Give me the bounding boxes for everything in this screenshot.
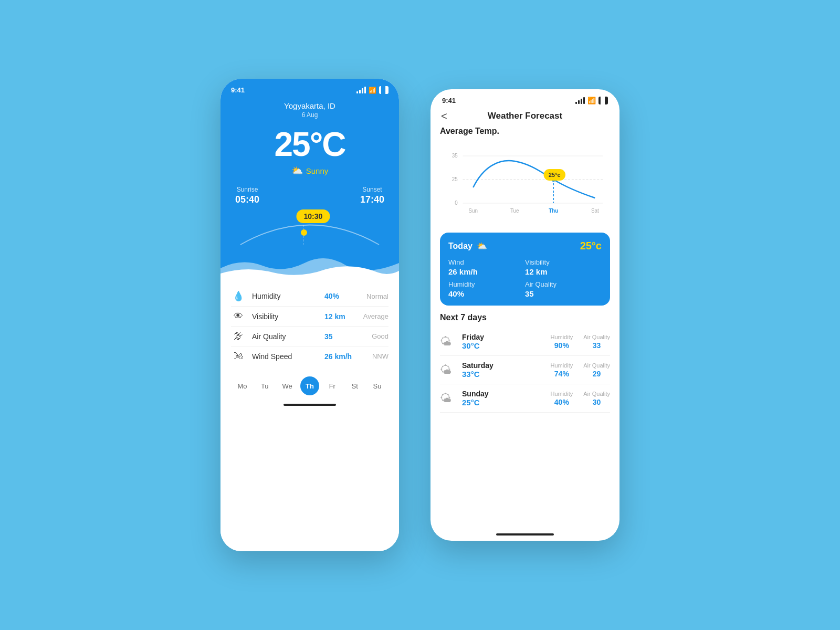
- forecast-icon: 🌤: [440, 392, 456, 405]
- day-item[interactable]: Tu: [255, 376, 274, 395]
- phone1: 9:41 📶 ▊ Yogyakarta, ID 6 Aug 25°C ⛅: [220, 79, 399, 551]
- date-label: 6 Aug: [220, 111, 399, 119]
- home-indicator-1: [284, 404, 336, 406]
- forecast-day-name: Saturday: [462, 361, 544, 370]
- battery-icon: ▊: [379, 86, 388, 94]
- forecast-air-quality: Air Quality 29: [583, 362, 610, 378]
- day-item[interactable]: We: [278, 376, 297, 395]
- today-humidity: Humidity 40%: [448, 280, 525, 298]
- forecast-temp: 33°C: [462, 370, 544, 379]
- status-bar-1: 9:41 📶 ▊: [220, 79, 399, 97]
- location-header: Yogyakarta, ID 6 Aug: [220, 97, 399, 121]
- sunrise-time: 05:40: [235, 194, 259, 205]
- sunrise-label: Sunrise: [235, 186, 259, 193]
- forecast-day-name: Friday: [462, 333, 544, 341]
- home-indicator-2: [496, 533, 554, 536]
- forecast-day-name: Sunday: [462, 390, 544, 398]
- forecast-row: 🌤 Friday 30°C Humidity 90% Air Quality 3…: [440, 328, 610, 356]
- stat-value: 26 km/h: [324, 352, 353, 361]
- stat-value: 35: [324, 332, 353, 341]
- forecast-list: 🌤 Friday 30°C Humidity 90% Air Quality 3…: [440, 328, 610, 413]
- today-stats-grid: Wind 26 km/h Visibility 12 km Humidity 4…: [448, 258, 602, 298]
- chart-title: Average Temp.: [440, 127, 610, 136]
- forecast-air-quality: Air Quality 30: [583, 391, 610, 406]
- city-label: Yogyakarta, ID: [220, 101, 399, 110]
- stat-status: Average: [360, 312, 388, 320]
- forecast-temp: 25°C: [462, 398, 544, 407]
- day-selector[interactable]: MoTuWeThFrStSu: [231, 372, 388, 400]
- sunset-label: Sunset: [360, 186, 384, 193]
- stat-label: Air Quality: [252, 332, 318, 341]
- sun-arc-area: 10:30: [235, 205, 384, 247]
- stat-label: Wind Speed: [252, 352, 318, 361]
- day-item[interactable]: Su: [368, 376, 386, 395]
- stat-icon: 👁: [231, 311, 246, 322]
- wave-decoration: [220, 247, 399, 279]
- today-card: Today ⛅ 25°c Wind 26 km/h Visibility 12 …: [440, 233, 610, 306]
- forecast-temp: 30°C: [462, 341, 544, 350]
- battery-icon-2: ▊: [598, 97, 608, 104]
- stat-row: 🌬 Wind Speed 26 km/h NNW: [231, 346, 388, 366]
- phone1-stats-section: 💧 Humidity 40% Normal 👁 Visibility 12 km…: [220, 279, 399, 551]
- day-item[interactable]: Fr: [323, 376, 342, 395]
- back-button[interactable]: <: [441, 110, 447, 122]
- svg-text:Sun: Sun: [468, 208, 478, 214]
- status-icons-2: 📶 ▊: [575, 97, 608, 104]
- status-bar-2: 9:41 📶 ▊: [430, 89, 620, 108]
- chart-svg: 35 25 0 Sun Tue Thu Sat 25°c: [442, 145, 608, 219]
- page-title: Weather Forecast: [488, 111, 562, 121]
- forecast-icon: 🌤: [440, 363, 456, 377]
- next7-title: Next 7 days: [440, 313, 610, 322]
- stat-rows: 💧 Humidity 40% Normal 👁 Visibility 12 km…: [231, 286, 388, 366]
- wifi-icon: 📶: [369, 87, 376, 94]
- stat-status: Good: [360, 332, 388, 340]
- today-visibility: Visibility 12 km: [525, 258, 602, 276]
- day-item[interactable]: St: [345, 376, 364, 395]
- forecast-day-info: Saturday 33°C: [462, 361, 544, 379]
- svg-text:25°c: 25°c: [549, 172, 560, 178]
- today-label: Today ⛅: [448, 241, 487, 251]
- signal-icon-2: [575, 97, 585, 104]
- stat-icon: 💧: [231, 290, 246, 302]
- stat-icon: 🌬: [231, 351, 246, 362]
- forecast-right: Humidity 40% Air Quality 30: [550, 391, 610, 406]
- phone2-content: Average Temp. 35 25 0 Sun Tue Thu Sat: [430, 127, 620, 529]
- wave-svg: [220, 247, 399, 279]
- svg-text:25: 25: [452, 176, 458, 182]
- svg-text:Sat: Sat: [591, 208, 599, 214]
- forecast-air-quality: Air Quality 33: [583, 334, 610, 350]
- current-time-pill: 10:30: [296, 209, 330, 223]
- stat-value: 40%: [324, 292, 353, 300]
- forecast-humidity: Humidity 90%: [550, 334, 573, 350]
- temperature-chart: 35 25 0 Sun Tue Thu Sat 25°c: [440, 141, 610, 225]
- nav-bar: < Weather Forecast: [430, 108, 620, 127]
- day-item[interactable]: Th: [300, 376, 319, 395]
- svg-text:0: 0: [455, 200, 458, 206]
- condition-label: Sunny: [306, 166, 329, 175]
- sun-position-dot: [301, 229, 307, 236]
- today-wind: Wind 26 km/h: [448, 258, 525, 276]
- forecast-right: Humidity 74% Air Quality 29: [550, 362, 610, 378]
- day-item[interactable]: Mo: [233, 376, 251, 395]
- status-icons-1: 📶 ▊: [356, 86, 388, 94]
- today-temp: 25°c: [580, 240, 602, 252]
- today-air-quality: Air Quality 35: [525, 280, 602, 298]
- stat-row: 👁 Visibility 12 km Average: [231, 307, 388, 327]
- condition-icon: ⛅: [291, 165, 303, 176]
- forecast-day-info: Sunday 25°C: [462, 390, 544, 407]
- wifi-icon-2: 📶: [587, 97, 596, 104]
- forecast-day-info: Friday 30°C: [462, 333, 544, 350]
- phone1-header: 9:41 📶 ▊ Yogyakarta, ID 6 Aug 25°C ⛅: [220, 79, 399, 279]
- sunset-time: 17:40: [360, 194, 384, 205]
- stat-row: 💧 Humidity 40% Normal: [231, 286, 388, 307]
- today-icon: ⛅: [477, 241, 487, 251]
- stat-status: Normal: [360, 292, 388, 300]
- forecast-icon: 🌤: [440, 335, 456, 349]
- temperature-value: 25°C: [220, 125, 399, 164]
- stat-status: NNW: [360, 352, 388, 360]
- stat-label: Humidity: [252, 292, 318, 300]
- sunset-block: Sunset 17:40: [360, 186, 384, 205]
- status-time-2: 9:41: [442, 97, 456, 104]
- svg-text:Thu: Thu: [549, 208, 558, 214]
- forecast-row: 🌤 Sunday 25°C Humidity 40% Air Quality 3…: [440, 384, 610, 413]
